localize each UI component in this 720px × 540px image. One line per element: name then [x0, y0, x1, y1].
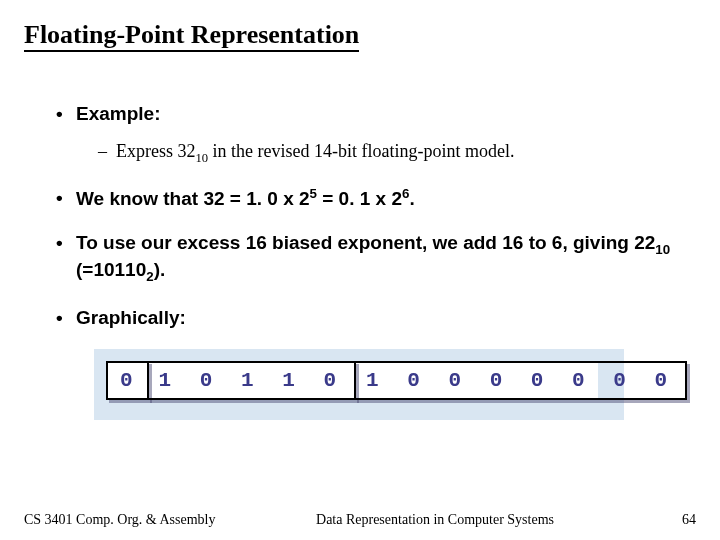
- bullet-example: Example: Express 3210 in the revised 14-…: [56, 102, 696, 166]
- bullet-excess-mid: (=10110: [76, 259, 146, 280]
- bullet-excess: To use our excess 16 biased exponent, we…: [56, 231, 696, 286]
- slide-title: Floating-Point Representation: [24, 20, 359, 52]
- subscript-10a: 10: [196, 150, 209, 164]
- bit-boxes: 0 1 0 1 1 0 1 0 0 0 0 0 0 0: [106, 361, 598, 400]
- bit-diagram: 0 1 0 1 1 0 1 0 0 0 0 0 0 0: [94, 349, 624, 420]
- bullet-graphically-text: Graphically:: [76, 307, 186, 328]
- bullet-know: We know that 32 = 1. 0 x 25 = 0. 1 x 26.: [56, 186, 696, 211]
- bullet-list: Example: Express 3210 in the revised 14-…: [24, 102, 696, 329]
- bullet-know-mid: = 0. 1 x 2: [317, 188, 402, 209]
- subscript-10b: 10: [655, 242, 670, 257]
- subscript-2: 2: [146, 269, 153, 284]
- exponent-cell: 1 0 1 1 0: [147, 361, 356, 400]
- bullet-know-post: .: [409, 188, 414, 209]
- bullet-excess-pre: To use our excess 16 biased exponent, we…: [76, 232, 655, 253]
- sign-bit-cell: 0: [106, 361, 149, 400]
- slide: Floating-Point Representation Example: E…: [0, 0, 720, 420]
- bullet-graphically: Graphically:: [56, 306, 696, 330]
- footer-left: CS 3401 Comp. Org. & Assembly: [24, 512, 234, 528]
- footer-center: Data Representation in Computer Systems: [234, 512, 636, 528]
- sub-express: Express 3210 in the revised 14-bit float…: [98, 140, 696, 166]
- sub-list: Express 3210 in the revised 14-bit float…: [76, 140, 696, 166]
- footer-page-number: 64: [636, 512, 696, 528]
- superscript-5: 5: [310, 186, 317, 201]
- bullet-excess-post: ).: [154, 259, 166, 280]
- bullet-example-text: Example:: [76, 103, 160, 124]
- footer: CS 3401 Comp. Org. & Assembly Data Repre…: [0, 512, 720, 528]
- bullet-know-pre: We know that 32 = 1. 0 x 2: [76, 188, 310, 209]
- mantissa-cell: 1 0 0 0 0 0 0 0: [354, 361, 687, 400]
- sub-express-pre: Express 32: [116, 141, 196, 161]
- sub-express-post: in the revised 14-bit floating-point mod…: [208, 141, 514, 161]
